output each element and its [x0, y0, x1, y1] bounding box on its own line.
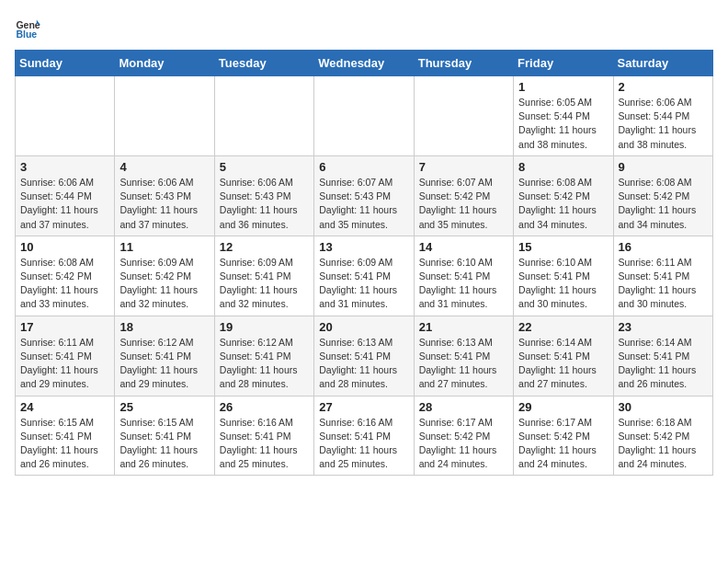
day-info: Sunrise: 6:17 AM Sunset: 5:42 PM Dayligh… — [518, 416, 608, 472]
day-number: 25 — [119, 400, 209, 414]
calendar-cell: 13Sunrise: 6:09 AM Sunset: 5:41 PM Dayli… — [314, 236, 414, 316]
weekday-header-sunday: Sunday — [16, 51, 115, 76]
day-info: Sunrise: 6:10 AM Sunset: 5:41 PM Dayligh… — [419, 256, 508, 312]
day-number: 22 — [518, 320, 608, 334]
day-info: Sunrise: 6:06 AM Sunset: 5:44 PM Dayligh… — [20, 176, 109, 232]
calendar-cell: 6Sunrise: 6:07 AM Sunset: 5:43 PM Daylig… — [314, 155, 414, 236]
day-info: Sunrise: 6:09 AM Sunset: 5:41 PM Dayligh… — [220, 256, 309, 312]
day-number: 28 — [419, 400, 508, 414]
day-info: Sunrise: 6:10 AM Sunset: 5:41 PM Dayligh… — [518, 256, 608, 312]
day-info: Sunrise: 6:13 AM Sunset: 5:41 PM Dayligh… — [419, 336, 508, 392]
calendar-cell: 29Sunrise: 6:17 AM Sunset: 5:42 PM Dayli… — [514, 396, 613, 476]
day-info: Sunrise: 6:18 AM Sunset: 5:42 PM Dayligh… — [619, 416, 708, 472]
week-row-3: 17Sunrise: 6:11 AM Sunset: 5:41 PM Dayli… — [16, 316, 713, 396]
day-number: 19 — [220, 320, 309, 334]
day-info: Sunrise: 6:13 AM Sunset: 5:41 PM Dayligh… — [319, 336, 408, 392]
day-info: Sunrise: 6:07 AM Sunset: 5:42 PM Dayligh… — [419, 176, 508, 232]
week-row-2: 10Sunrise: 6:08 AM Sunset: 5:42 PM Dayli… — [16, 236, 713, 316]
calendar-cell — [16, 76, 115, 156]
weekday-header-wednesday: Wednesday — [314, 51, 414, 76]
day-number: 21 — [419, 320, 508, 334]
day-info: Sunrise: 6:07 AM Sunset: 5:43 PM Dayligh… — [319, 176, 408, 232]
week-row-4: 24Sunrise: 6:15 AM Sunset: 5:41 PM Dayli… — [16, 396, 713, 476]
day-number: 26 — [220, 400, 309, 414]
day-number: 10 — [20, 240, 109, 254]
calendar-cell: 30Sunrise: 6:18 AM Sunset: 5:42 PM Dayli… — [613, 396, 712, 476]
calendar-cell: 8Sunrise: 6:08 AM Sunset: 5:42 PM Daylig… — [514, 155, 613, 236]
day-number: 5 — [220, 160, 309, 174]
calendar-cell: 9Sunrise: 6:08 AM Sunset: 5:42 PM Daylig… — [613, 155, 712, 236]
day-info: Sunrise: 6:15 AM Sunset: 5:41 PM Dayligh… — [20, 416, 109, 472]
weekday-header-row: SundayMondayTuesdayWednesdayThursdayFrid… — [16, 51, 713, 76]
day-info: Sunrise: 6:12 AM Sunset: 5:41 PM Dayligh… — [119, 336, 209, 392]
calendar-cell: 12Sunrise: 6:09 AM Sunset: 5:41 PM Dayli… — [214, 236, 313, 316]
day-number: 18 — [119, 320, 209, 334]
calendar-table: SundayMondayTuesdayWednesdayThursdayFrid… — [15, 50, 713, 476]
svg-text:Blue: Blue — [16, 29, 37, 40]
calendar-cell: 10Sunrise: 6:08 AM Sunset: 5:42 PM Dayli… — [16, 236, 115, 316]
calendar-cell: 26Sunrise: 6:16 AM Sunset: 5:41 PM Dayli… — [214, 396, 313, 476]
day-info: Sunrise: 6:06 AM Sunset: 5:44 PM Dayligh… — [619, 96, 708, 152]
calendar-cell: 25Sunrise: 6:15 AM Sunset: 5:41 PM Dayli… — [115, 396, 214, 476]
calendar-cell: 15Sunrise: 6:10 AM Sunset: 5:41 PM Dayli… — [514, 236, 613, 316]
day-number: 20 — [319, 320, 408, 334]
day-number: 7 — [419, 160, 508, 174]
day-info: Sunrise: 6:08 AM Sunset: 5:42 PM Dayligh… — [619, 176, 708, 232]
calendar-cell: 28Sunrise: 6:17 AM Sunset: 5:42 PM Dayli… — [414, 396, 513, 476]
calendar-cell — [214, 76, 313, 156]
weekday-header-monday: Monday — [115, 51, 214, 76]
day-info: Sunrise: 6:14 AM Sunset: 5:41 PM Dayligh… — [619, 336, 708, 392]
day-info: Sunrise: 6:08 AM Sunset: 5:42 PM Dayligh… — [518, 176, 608, 232]
calendar-cell: 16Sunrise: 6:11 AM Sunset: 5:41 PM Dayli… — [613, 236, 712, 316]
week-row-1: 3Sunrise: 6:06 AM Sunset: 5:44 PM Daylig… — [16, 155, 713, 236]
calendar-cell — [414, 76, 513, 156]
top-row: General Blue — [15, 15, 713, 44]
day-number: 13 — [319, 240, 408, 254]
day-info: Sunrise: 6:17 AM Sunset: 5:42 PM Dayligh… — [419, 416, 508, 472]
day-number: 3 — [20, 160, 109, 174]
day-number: 16 — [619, 240, 708, 254]
general-blue-logo-icon: General Blue — [15, 15, 40, 40]
calendar-cell: 27Sunrise: 6:16 AM Sunset: 5:41 PM Dayli… — [314, 396, 414, 476]
day-number: 23 — [619, 320, 708, 334]
calendar-cell: 22Sunrise: 6:14 AM Sunset: 5:41 PM Dayli… — [514, 316, 613, 396]
logo: General Blue — [15, 15, 44, 40]
day-number: 17 — [20, 320, 109, 334]
calendar-cell — [314, 76, 414, 156]
day-number: 27 — [319, 400, 408, 414]
weekday-header-thursday: Thursday — [414, 51, 513, 76]
day-number: 12 — [220, 240, 309, 254]
day-number: 6 — [319, 160, 408, 174]
day-number: 24 — [20, 400, 109, 414]
week-row-0: 1Sunrise: 6:05 AM Sunset: 5:44 PM Daylig… — [16, 76, 713, 156]
day-info: Sunrise: 6:15 AM Sunset: 5:41 PM Dayligh… — [119, 416, 209, 472]
day-info: Sunrise: 6:14 AM Sunset: 5:41 PM Dayligh… — [518, 336, 608, 392]
day-info: Sunrise: 6:12 AM Sunset: 5:41 PM Dayligh… — [220, 336, 309, 392]
calendar-cell: 24Sunrise: 6:15 AM Sunset: 5:41 PM Dayli… — [16, 396, 115, 476]
day-info: Sunrise: 6:11 AM Sunset: 5:41 PM Dayligh… — [619, 256, 708, 312]
calendar-cell: 11Sunrise: 6:09 AM Sunset: 5:42 PM Dayli… — [115, 236, 214, 316]
weekday-header-friday: Friday — [514, 51, 613, 76]
day-number: 11 — [119, 240, 209, 254]
calendar-cell: 21Sunrise: 6:13 AM Sunset: 5:41 PM Dayli… — [414, 316, 513, 396]
day-number: 9 — [619, 160, 708, 174]
day-info: Sunrise: 6:09 AM Sunset: 5:41 PM Dayligh… — [319, 256, 408, 312]
calendar-body: 1Sunrise: 6:05 AM Sunset: 5:44 PM Daylig… — [16, 76, 713, 476]
day-number: 30 — [619, 400, 708, 414]
calendar-cell: 18Sunrise: 6:12 AM Sunset: 5:41 PM Dayli… — [115, 316, 214, 396]
calendar-cell: 7Sunrise: 6:07 AM Sunset: 5:42 PM Daylig… — [414, 155, 513, 236]
weekday-header-saturday: Saturday — [613, 51, 712, 76]
day-info: Sunrise: 6:09 AM Sunset: 5:42 PM Dayligh… — [119, 256, 209, 312]
calendar-cell: 17Sunrise: 6:11 AM Sunset: 5:41 PM Dayli… — [16, 316, 115, 396]
day-number: 4 — [119, 160, 209, 174]
day-info: Sunrise: 6:08 AM Sunset: 5:42 PM Dayligh… — [20, 256, 109, 312]
calendar-cell: 3Sunrise: 6:06 AM Sunset: 5:44 PM Daylig… — [16, 155, 115, 236]
day-info: Sunrise: 6:06 AM Sunset: 5:43 PM Dayligh… — [220, 176, 309, 232]
day-number: 14 — [419, 240, 508, 254]
day-number: 15 — [518, 240, 608, 254]
day-info: Sunrise: 6:11 AM Sunset: 5:41 PM Dayligh… — [20, 336, 109, 392]
day-info: Sunrise: 6:16 AM Sunset: 5:41 PM Dayligh… — [319, 416, 408, 472]
day-info: Sunrise: 6:16 AM Sunset: 5:41 PM Dayligh… — [220, 416, 309, 472]
day-number: 2 — [619, 80, 708, 94]
calendar-cell: 20Sunrise: 6:13 AM Sunset: 5:41 PM Dayli… — [314, 316, 414, 396]
